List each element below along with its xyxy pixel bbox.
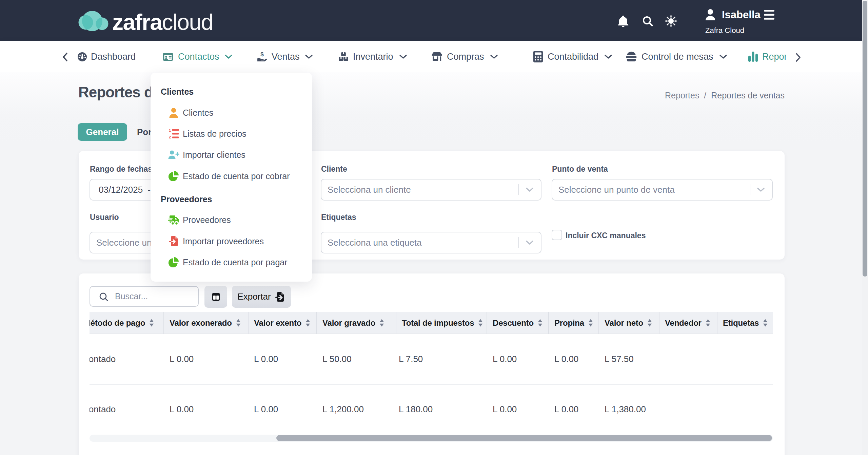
svg-text:$: $ (260, 52, 264, 58)
svg-text:2: 2 (169, 135, 171, 139)
svg-text:1: 1 (169, 129, 171, 132)
